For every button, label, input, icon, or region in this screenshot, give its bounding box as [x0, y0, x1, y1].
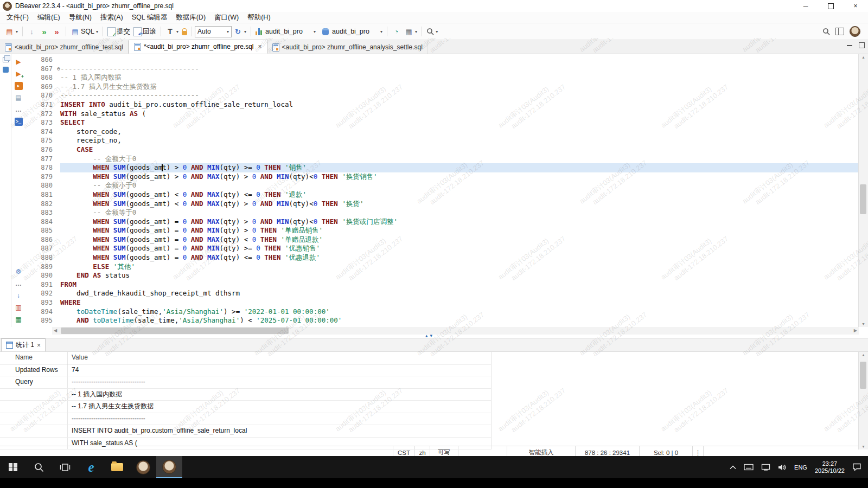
database-navigator-icon[interactable]: [3, 67, 9, 73]
code-line-895[interactable]: 895 AND toDateTime(sale_time,'Asia/Shang…: [25, 316, 858, 325]
code-line-880[interactable]: 880 -- 金额小于0: [25, 181, 858, 190]
code-text[interactable]: WHEN SUM(goods_amt) = 0 AND MAX(qty) <= …: [60, 253, 858, 262]
code-line-868[interactable]: 868-- 1 插入国内数据: [25, 73, 858, 82]
sql-console-icon[interactable]: >_: [14, 117, 23, 126]
volume-button[interactable]: [774, 456, 790, 478]
action-center-button[interactable]: [848, 456, 868, 478]
sash-collapse-buttons[interactable]: ▴ ▾: [425, 333, 432, 338]
quick-search-icon[interactable]: [822, 28, 830, 35]
scrollbar-thumb[interactable]: [860, 362, 866, 389]
code-line-870[interactable]: 870----------------------------------: [25, 91, 858, 100]
editor-settings-icon[interactable]: ⚙: [14, 267, 23, 276]
menu-item-3[interactable]: 导航(N): [65, 12, 96, 23]
code-line-873[interactable]: 873SELECT: [25, 118, 858, 127]
code-text[interactable]: WHEN SUM(goods_amt) < 0 AND MAX(qty) <= …: [60, 190, 858, 200]
code-text[interactable]: dwd_trade_hkaudit_shop_receipt_mt dthsrm: [60, 289, 858, 298]
tray-expand-button[interactable]: [726, 456, 740, 478]
close-window-button[interactable]: ×: [843, 0, 868, 12]
menu-item-8[interactable]: 帮助(H): [243, 12, 275, 23]
code-line-866[interactable]: 866: [25, 55, 858, 65]
search-menu-button[interactable]: ▾: [425, 27, 439, 36]
editor-splitter[interactable]: ◀ ▶ ▴ ▾: [0, 327, 868, 338]
code-text[interactable]: WHERE: [60, 298, 858, 307]
code-text[interactable]: ELSE '其他': [60, 262, 858, 272]
sql-code-editor[interactable]: 866867⊖---------------------------------…: [25, 54, 858, 327]
code-text[interactable]: WITH sale_status AS (: [60, 110, 858, 119]
taskbar-search-button[interactable]: [26, 456, 52, 478]
scroll-right-icon[interactable]: ▶: [854, 328, 857, 333]
time-zone-button[interactable]: ◔: [390, 26, 403, 37]
abort-button[interactable]: »: [50, 26, 63, 37]
code-line-884[interactable]: 884 WHEN SUM(goods_amt) = 0 AND MAX(qty)…: [25, 217, 858, 227]
table-row[interactable]: Updated Rows74: [0, 364, 491, 377]
sql-menu-button[interactable]: ▤ SQL ▾: [69, 26, 100, 37]
scroll-down-icon[interactable]: ▼: [859, 322, 868, 326]
code-line-876[interactable]: 876 CASE: [25, 145, 858, 155]
edge-browser-button[interactable]: e: [78, 456, 104, 478]
maximize-editor-icon[interactable]: [859, 42, 865, 48]
more-tools-icon[interactable]: …: [14, 279, 23, 288]
scrollbar-thumb[interactable]: [860, 184, 866, 214]
menu-item-4[interactable]: 搜索(A): [96, 12, 127, 23]
code-text[interactable]: WHEN SUM(goods_amt) > 0 AND MAX(qty) > 0…: [60, 172, 858, 182]
code-line-871[interactable]: 871INSERT INTO audit_bi_pro.custom_offli…: [25, 100, 858, 110]
transaction-mode-button[interactable]: T ▾: [164, 26, 180, 37]
code-text[interactable]: WHEN SUM(goods_amt) = 0 AND MAX(qty) > 0…: [60, 217, 858, 227]
code-text[interactable]: -- 金额大于0: [60, 155, 858, 164]
code-text[interactable]: receipt_no,: [60, 136, 858, 145]
commit-mode-combo[interactable]: Auto ▾: [195, 26, 232, 37]
scroll-down-icon[interactable]: ▼: [859, 445, 868, 448]
code-line-872[interactable]: 872WITH sale_status AS (: [25, 110, 858, 119]
fetch-next-button[interactable]: ↓: [25, 26, 38, 37]
editor-tab-1[interactable]: <audit_bi_pro> zhumr_offline_test.sql: [0, 41, 129, 54]
code-text[interactable]: WHEN SUM(goods_amt) = 0 AND MAX(qty) < 0…: [60, 235, 858, 245]
code-line-887[interactable]: 887 WHEN SUM(goods_amt) = 0 AND MIN(qty)…: [25, 244, 858, 253]
code-line-889[interactable]: 889 ELSE '其他': [25, 262, 858, 272]
code-line-881[interactable]: 881 WHEN SUM(goods_amt) < 0 AND MAX(qty)…: [25, 190, 858, 200]
more-actions-icon[interactable]: …: [14, 105, 23, 114]
dbeaver-taskbar-button-2[interactable]: [156, 456, 182, 478]
perspective-icon[interactable]: [835, 28, 844, 35]
code-line-874[interactable]: 874 store_code,: [25, 127, 858, 137]
execute-sql-new-tab-icon[interactable]: ▶+: [14, 69, 23, 78]
code-text[interactable]: WHEN SUM(goods_amt) = 0 AND MIN(qty) >= …: [60, 244, 858, 253]
table-row[interactable]: INSERT INTO audit_bi_pro.custom_offline_…: [0, 425, 491, 438]
editor-horizontal-scrollbar[interactable]: ◀ ▶: [52, 327, 859, 335]
code-line-885[interactable]: 885 WHEN SUM(goods_amt) = 0 AND MIN(qty)…: [25, 226, 858, 235]
code-text[interactable]: -- 1.7 插入男生女生换货数据: [60, 82, 858, 92]
scroll-up-icon[interactable]: ▲: [859, 353, 868, 357]
code-line-890[interactable]: 890 END AS status: [25, 271, 858, 280]
code-line-892[interactable]: 892 dwd_trade_hkaudit_shop_receipt_mt dt…: [25, 289, 858, 298]
minimize-window-button[interactable]: ─: [793, 0, 818, 12]
code-line-886[interactable]: 886 WHEN SUM(goods_amt) = 0 AND MAX(qty)…: [25, 235, 858, 245]
scrollbar-thumb[interactable]: [61, 328, 289, 334]
menu-item-5[interactable]: SQL 编辑器: [127, 12, 172, 23]
commit-button[interactable]: ✓ 提交: [106, 26, 132, 37]
sash-down-icon[interactable]: ▾: [430, 333, 433, 338]
menu-item-7[interactable]: 窗口(W): [210, 12, 243, 23]
tab-statistics[interactable]: 统计 1 ×: [1, 338, 46, 351]
code-text[interactable]: END AS status: [60, 271, 858, 280]
execute-script-icon[interactable]: ▸: [14, 81, 23, 90]
code-line-877[interactable]: 877 -- 金额大于0: [25, 155, 858, 164]
code-line-882[interactable]: 882 WHEN SUM(goods_amt) < 0 AND MAX(qty)…: [25, 200, 858, 209]
code-text[interactable]: AND toDateTime(sale_time,'Asia/Shanghai'…: [60, 316, 858, 325]
code-text[interactable]: INSERT INTO audit_bi_pro.custom_offline_…: [60, 100, 858, 110]
code-text[interactable]: [60, 55, 858, 65]
start-button[interactable]: [0, 456, 26, 478]
new-sql-editor-button[interactable]: ▤ ▾: [3, 26, 20, 37]
connection-selector[interactable]: audit_bi_pro ▾: [254, 27, 317, 36]
code-line-878[interactable]: 878 WHEN SUM(goods_amt) > 0 AND MIN(qty)…: [25, 163, 858, 172]
clock-widget[interactable]: 23:27 2025/10/22: [811, 456, 848, 478]
execute-sql-statement-icon[interactable]: ▶: [14, 57, 23, 66]
code-text[interactable]: -- 金额等于0: [60, 208, 858, 217]
results-vertical-scrollbar[interactable]: ▲ ▼: [858, 352, 868, 450]
language-indicator[interactable]: ENG: [790, 456, 811, 478]
column-header-value[interactable]: Value: [68, 352, 491, 364]
menu-item-2[interactable]: 编辑(E): [33, 12, 65, 23]
execute-button[interactable]: »: [38, 26, 50, 37]
schema-selector[interactable]: audit_bi_pro ▾: [321, 27, 384, 36]
menu-item-1[interactable]: 文件(F): [2, 12, 33, 23]
dbeaver-taskbar-button-1[interactable]: [130, 456, 156, 478]
sash-up-icon[interactable]: ▴: [425, 333, 428, 338]
